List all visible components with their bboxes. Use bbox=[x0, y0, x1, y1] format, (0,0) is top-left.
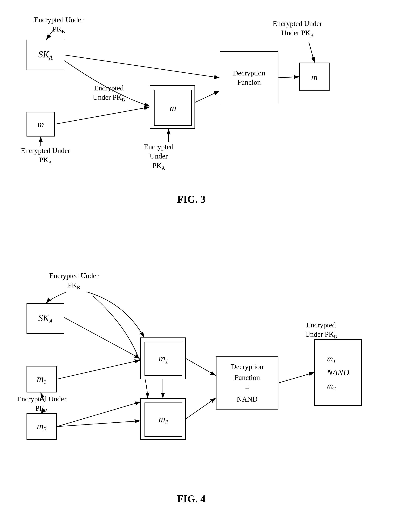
svg-line-10 bbox=[64, 318, 140, 358]
fig4-m2-center-inner-box: m2 bbox=[144, 402, 182, 437]
fig4-title: FIG. 4 bbox=[163, 493, 220, 505]
page: SKA m m DecryptionFuncion m Encrypted Un… bbox=[0, 0, 418, 532]
fig4-m1-center-outer-box: m1 bbox=[140, 338, 186, 379]
figure-4-container: SKA m1 m2 m1 m2 DecryptionFunction+NAND bbox=[11, 266, 407, 518]
svg-line-17 bbox=[186, 398, 216, 419]
fig3-label-enc-pka-center: EncryptedUnderPKA bbox=[144, 142, 174, 171]
fig3-ska-label: SKA bbox=[38, 49, 52, 61]
fig3-m-left-box: m bbox=[26, 112, 55, 136]
fig3-m-left-label: m bbox=[37, 119, 44, 130]
fig3-label-enc-pkb-top: Encrypted UnderPKB bbox=[34, 15, 83, 35]
fig4-m1-left-box: m1 bbox=[26, 366, 57, 392]
svg-line-3 bbox=[55, 107, 149, 124]
fig3-m-center-inner-box: m bbox=[154, 90, 192, 126]
fig3-title: FIG. 3 bbox=[163, 193, 220, 205]
fig4-m2-center-outer-box: m2 bbox=[140, 398, 186, 440]
svg-line-16 bbox=[186, 358, 216, 375]
svg-line-7 bbox=[279, 77, 299, 78]
fig4-m2-center-label: m2 bbox=[159, 414, 168, 426]
svg-line-8 bbox=[309, 42, 314, 62]
fig4-m1-left-label: m1 bbox=[37, 373, 46, 385]
fig4-label-enc-pka: Encrypted UnderPKA bbox=[17, 394, 67, 414]
svg-line-11 bbox=[57, 360, 140, 379]
fig3-ska-box: SKA bbox=[26, 40, 64, 70]
fig3-m-right-box: m bbox=[299, 62, 330, 91]
fig4-m2-left-label: m2 bbox=[37, 421, 46, 433]
fig4-label-enc-pkb: Encrypted UnderPKB bbox=[49, 271, 99, 291]
svg-line-2 bbox=[64, 55, 219, 78]
fig4-label-enc-pkb-result: EncryptedUnder PKB bbox=[305, 320, 337, 340]
fig4-result-label: m1NANDm2 bbox=[327, 352, 349, 393]
fig4-m1-center-label: m1 bbox=[159, 353, 168, 365]
svg-line-19 bbox=[279, 373, 314, 383]
fig3-label-enc-pkb-right: Encrypted UnderUnder PKB bbox=[273, 19, 322, 38]
fig4-m1-center-inner-box: m1 bbox=[144, 342, 182, 376]
fig3-m-center-outer-box: m bbox=[150, 85, 195, 129]
figure-3-container: SKA m m DecryptionFuncion m Encrypted Un… bbox=[11, 11, 407, 239]
fig4-decrypt-nand-label: DecryptionFunction+NAND bbox=[231, 361, 263, 405]
fig3-m-center-label: m bbox=[170, 103, 176, 113]
svg-line-12 bbox=[57, 421, 140, 427]
fig4-ska-box: SKA bbox=[26, 303, 64, 334]
fig4-m2-left-box: m2 bbox=[26, 413, 57, 440]
fig3-decrypt-box: DecryptionFuncion bbox=[220, 51, 279, 104]
fig4-ska-label: SKA bbox=[38, 313, 52, 325]
fig3-decrypt-label: DecryptionFuncion bbox=[233, 68, 265, 87]
fig4-decrypt-nand-box: DecryptionFunction+NAND bbox=[216, 356, 279, 410]
svg-line-5 bbox=[195, 91, 219, 102]
fig3-label-enc-pka-bottom: Encrypted UnderPKA bbox=[21, 146, 70, 166]
fig3-m-right-label: m bbox=[311, 72, 318, 82]
fig4-result-box: m1NANDm2 bbox=[314, 339, 362, 406]
fig3-label-enc-pkb-center: EncryptedUnder PKB bbox=[93, 84, 125, 103]
svg-line-18 bbox=[57, 402, 140, 427]
